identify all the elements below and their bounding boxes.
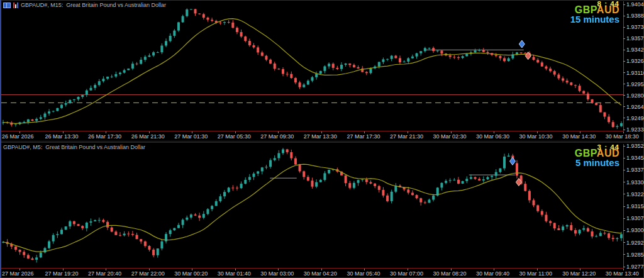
- candle: [516, 52, 518, 54]
- candle: [257, 171, 259, 174]
- time-axis-label: 30 Mar 10:30: [519, 133, 553, 140]
- candle: [223, 192, 226, 196]
- time-axis-tick: [278, 269, 279, 270]
- candle: [98, 81, 101, 85]
- time-axis-m15[interactable]: 26 Mar 202626 Mar 13:3026 Mar 17:3026 Ma…: [1, 133, 623, 140]
- time-axis-tick: [235, 131, 236, 133]
- candle: [328, 64, 330, 66]
- timeframe-overlay-label: 5 minutes: [575, 157, 619, 168]
- candle: [599, 105, 602, 113]
- candle: [491, 176, 493, 177]
- time-axis-m5[interactable]: 27 Mar 202627 Mar 19:2027 Mar 20:4027 Ma…: [1, 270, 623, 277]
- candle: [299, 165, 301, 172]
- candle-countdown-label: 3 : 44: [597, 143, 619, 151]
- chart-plot-area-m5[interactable]: [1, 144, 623, 269]
- candle: [549, 69, 552, 71]
- candle: [416, 53, 418, 57]
- candle: [102, 220, 104, 222]
- candle: [56, 108, 58, 111]
- candle: [608, 116, 610, 122]
- candle: [173, 228, 175, 231]
- candle: [89, 221, 92, 223]
- price-axis-m5[interactable]: 1.935251.934501.933751.933001.932251.931…: [623, 143, 644, 277]
- candle: [81, 226, 84, 228]
- candle: [148, 246, 150, 250]
- candle: [369, 182, 372, 183]
- candle: [536, 205, 539, 211]
- time-axis-label: 27 Mar 20:40: [88, 270, 121, 277]
- candle: [323, 66, 326, 70]
- candle: [436, 51, 439, 52]
- candle: [311, 181, 314, 187]
- time-axis-label: 27 Mar 13:30: [304, 133, 337, 140]
- candle: [378, 186, 380, 190]
- chart-titlebar-m5[interactable]: GBPAUD#, M5: Great Britain Pound vs Aust…: [3, 143, 145, 151]
- candle: [520, 52, 523, 53]
- candle: [449, 55, 452, 57]
- candle: [541, 62, 543, 66]
- candle: [290, 74, 292, 78]
- candle: [462, 56, 464, 58]
- candle: [81, 95, 84, 97]
- price-tick-label: 1.93420: [623, 47, 644, 53]
- candle: [482, 50, 485, 52]
- candle: [557, 75, 560, 79]
- candle: [257, 47, 259, 52]
- price-tick-label: 1.93575: [623, 35, 644, 42]
- candle: [219, 23, 221, 23]
- candle: [286, 74, 289, 74]
- candle: [48, 111, 50, 113]
- candle: [119, 235, 121, 236]
- time-axis-label: 30 Mar 00:20: [174, 270, 208, 277]
- time-axis-label: 27 Mar 09:30: [260, 133, 294, 140]
- candle: [566, 81, 569, 82]
- candle: [432, 48, 435, 51]
- candle: [69, 221, 71, 226]
- candle: [40, 117, 42, 119]
- candle: [348, 183, 351, 188]
- candle: [545, 214, 547, 221]
- price-tick-label: 1.92850: [623, 252, 644, 258]
- candle: [474, 50, 477, 52]
- candle: [19, 250, 21, 252]
- candle: [294, 78, 297, 82]
- candle: [394, 56, 397, 58]
- candle: [562, 79, 564, 81]
- candle: [508, 58, 510, 61]
- candle: [299, 82, 301, 87]
- candle: [106, 77, 109, 79]
- time-axis-label: 27 Mar 05:30: [218, 133, 251, 140]
- grid-window-icon[interactable]: [3, 3, 11, 8]
- chart-window-icon[interactable]: [13, 2, 18, 8]
- candle: [86, 223, 88, 228]
- candle: [203, 14, 205, 18]
- candle: [419, 51, 422, 53]
- time-axis-tick: [192, 269, 192, 270]
- candle: [131, 234, 134, 235]
- chart-plot-area-m15[interactable]: [1, 1, 623, 131]
- time-axis-tick: [451, 131, 452, 133]
- time-axis-label: 26 Mar 13:30: [45, 133, 79, 140]
- price-tick-label: 1.93110: [623, 70, 644, 76]
- candle: [274, 64, 276, 69]
- price-tick-label: 1.93000: [623, 227, 644, 233]
- time-axis-label: 30 Mar 14:30: [562, 133, 596, 140]
- candle: [528, 191, 531, 201]
- price-tick-label: 1.93150: [623, 203, 644, 209]
- candle: [35, 119, 38, 121]
- time-axis-tick: [537, 131, 538, 133]
- candle: [182, 16, 184, 23]
- time-axis-tick: [235, 269, 236, 270]
- candle: [399, 58, 401, 62]
- time-axis-label: 27 Mar 22:00: [131, 270, 165, 277]
- chart-titlebar-m15[interactable]: GBPAUD#, M15: Great Britain Pound vs Aus…: [3, 1, 166, 9]
- time-axis-label: 30 Mar 04:20: [304, 270, 337, 277]
- candle: [486, 177, 489, 180]
- candle: [56, 234, 58, 235]
- candle: [587, 94, 589, 99]
- time-axis-tick: [321, 269, 322, 270]
- candle: [533, 57, 535, 60]
- time-axis-tick: [63, 269, 64, 270]
- price-axis-m15[interactable]: 1.940401.938851.937301.935751.934201.932…: [623, 1, 644, 141]
- candle: [94, 220, 96, 221]
